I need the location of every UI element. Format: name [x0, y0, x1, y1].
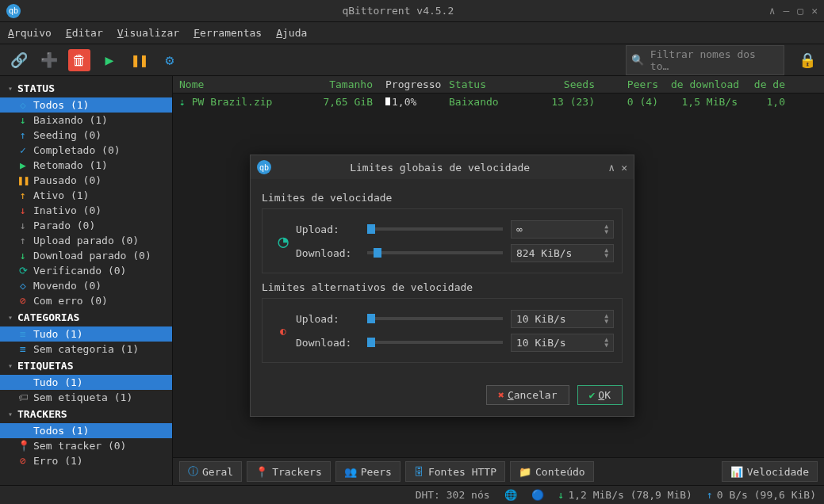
col-download[interactable]: de download	[665, 77, 744, 92]
section-speed-limits: Limites de velocidade	[262, 192, 623, 204]
menu-file[interactable]: Arquivo	[8, 27, 52, 39]
sidebar-item-label: Todos (1)	[33, 425, 89, 437]
sidebar-item-status-7[interactable]: ↓Inativo (0)	[0, 203, 172, 218]
maximize-icon[interactable]: ▢	[797, 5, 803, 17]
sidebar-item-status-9[interactable]: ↑Upload parado (0)	[0, 233, 172, 248]
col-size[interactable]: Tamanho	[316, 77, 379, 92]
sidebar-item-trackers-1[interactable]: 📍Sem tracker (0)	[0, 438, 172, 453]
table-row[interactable]: ⇣ PW Brazil.zip 7,65 GiB 1,0% Baixando 1…	[173, 94, 824, 109]
sidebar-item-status-2[interactable]: ↑Seeding (0)	[0, 128, 172, 143]
col-status[interactable]: Status	[443, 77, 522, 92]
sidebar-item-status-10[interactable]: ↓Download parado (0)	[0, 248, 172, 263]
rollup-icon[interactable]: ∧	[769, 5, 776, 17]
sidebar-header-trackers[interactable]: TRACKERS	[0, 405, 172, 423]
sidebar-item-label: Inativo (0)	[33, 204, 102, 216]
ok-button[interactable]: ✔OK	[577, 385, 623, 405]
dialog-close-icon[interactable]: ✕	[621, 162, 627, 174]
dht-status: DHT: 302 nós	[416, 489, 490, 501]
tab-http[interactable]: 🗄Fontes HTTP	[405, 461, 505, 482]
sidebar-item-status-8[interactable]: ↓Parado (0)	[0, 218, 172, 233]
statusbar: DHT: 302 nós 🌐 🔵 ↓1,2 MiB/s (78,9 MiB) ↑…	[0, 485, 824, 504]
alt-upload-slider[interactable]	[367, 317, 503, 320]
http-icon: 🗄	[414, 466, 424, 478]
close-icon[interactable]: ✕	[811, 5, 818, 17]
sidebar-item-icon: 📍	[17, 440, 29, 452]
sidebar-item-tags-0[interactable]: Tudo (1)	[0, 375, 172, 390]
sidebar-item-tags-1[interactable]: 🏷Sem etiqueta (1)	[0, 390, 172, 405]
download-speed[interactable]: ↓1,2 MiB/s (78,9 MiB)	[558, 489, 692, 501]
alt-download-spinbox[interactable]: 10 KiB/s▲▼	[511, 334, 614, 352]
sidebar-item-status-11[interactable]: ⟳Verificando (0)	[0, 263, 172, 278]
dialog-app-icon: qb	[257, 160, 271, 174]
add-torrent-button[interactable]: ➕	[38, 49, 60, 71]
dialog-rollup-icon[interactable]: ∧	[608, 162, 615, 174]
tab-general[interactable]: ⓘGeral	[179, 461, 242, 482]
sidebar-item-status-3[interactable]: ✓Completado (0)	[0, 143, 172, 158]
resume-button[interactable]: ▶	[98, 49, 121, 71]
sidebar-header-categories[interactable]: CATEGORIAS	[0, 308, 172, 326]
sidebar-item-status-12[interactable]: ◇Movendo (0)	[0, 278, 172, 293]
tab-peers[interactable]: 👥Peers	[335, 461, 401, 482]
dialog-titlebar[interactable]: qb Limites globais de velocidade ∧ ✕	[251, 155, 634, 179]
sidebar-item-icon: ↓	[17, 114, 29, 126]
menu-edit[interactable]: Editar	[66, 27, 103, 39]
sidebar-item-status-6[interactable]: ↑Ativo (1)	[0, 188, 172, 203]
cancel-button[interactable]: ✖Cancelar	[486, 385, 569, 405]
sidebar-header-tags[interactable]: ETIQUETAS	[0, 357, 172, 375]
alt-upload-spinbox[interactable]: 10 KiB/s▲▼	[511, 310, 614, 328]
delete-button[interactable]: 🗑	[68, 49, 90, 71]
sidebar-item-icon: ≡	[17, 328, 29, 340]
tab-speed[interactable]: 📊Velocidade	[722, 461, 818, 482]
up-arrow-icon: ↑	[707, 489, 713, 501]
tracker-icon: 📍	[255, 466, 268, 478]
upload-slider[interactable]	[367, 227, 503, 231]
sidebar-item-categories-1[interactable]: ≡Sem categoria (1)	[0, 342, 172, 357]
upload-speed[interactable]: ↑0 B/s (99,6 KiB)	[707, 489, 816, 501]
alt-speedometer-icon: ◐	[270, 307, 296, 354]
content-icon: 📁	[519, 466, 531, 478]
col-seeds[interactable]: Seeds	[522, 77, 601, 92]
sidebar-item-status-1[interactable]: ↓Baixando (1)	[0, 113, 172, 128]
settings-button[interactable]: ⚙	[159, 49, 181, 71]
upload-spinbox[interactable]: ∞▲▼	[511, 220, 614, 239]
lock-icon[interactable]: 🔒	[799, 52, 816, 68]
section-alt-limits: Limites alternativos de velocidade	[262, 281, 623, 293]
sidebar-item-icon: ↓	[17, 220, 29, 231]
sidebar-item-status-0[interactable]: ◇Todos (1)	[0, 97, 172, 113]
cancel-icon: ✖	[498, 389, 504, 401]
alt-download-slider[interactable]	[367, 341, 503, 344]
info-icon: ⓘ	[188, 464, 198, 479]
sidebar-item-trackers-2[interactable]: ⊘Erro (1)	[0, 453, 172, 468]
menu-tools[interactable]: Ferramentas	[194, 27, 262, 39]
tab-trackers[interactable]: 📍Trackers	[247, 461, 331, 482]
speed-icon: 📊	[730, 466, 743, 478]
sidebar-item-categories-0[interactable]: ≡Tudo (1)	[0, 326, 172, 342]
search-input[interactable]: 🔍 Filtrar nomes dos to…	[626, 45, 784, 75]
tab-content[interactable]: 📁Conteúdo	[510, 461, 594, 482]
menu-view[interactable]: Visualizar	[117, 27, 179, 39]
col-progress[interactable]: Progresso	[379, 77, 443, 92]
col-peers[interactable]: Peers	[601, 77, 665, 92]
sidebar-item-icon: ◇	[17, 280, 29, 292]
sidebar-item-icon: ≡	[17, 343, 29, 355]
pause-button[interactable]: ❚❚	[128, 49, 151, 71]
sidebar-item-trackers-0[interactable]: Todos (1)	[0, 423, 172, 438]
sidebar-item-label: Com erro (0)	[33, 295, 108, 307]
download-slider[interactable]	[367, 251, 503, 254]
add-link-button[interactable]: 🔗	[8, 49, 30, 71]
col-rest[interactable]: de de	[744, 77, 791, 92]
sidebar-item-icon: 🏷	[17, 391, 29, 403]
minimize-icon[interactable]: —	[784, 5, 790, 17]
sidebar-item-status-13[interactable]: ⊘Com erro (0)	[0, 293, 172, 308]
sidebar-item-icon: ↑	[17, 235, 29, 246]
download-spinbox[interactable]: 824 KiB/s▲▼	[511, 244, 614, 262]
alt-download-label: Download:	[296, 337, 359, 349]
menu-help[interactable]: Ajuda	[276, 27, 307, 39]
altspeed-icon[interactable]: 🔵	[531, 489, 544, 501]
connection-icon[interactable]: 🌐	[504, 489, 517, 501]
col-name[interactable]: Nome	[173, 77, 316, 92]
speedometer-icon: ◔	[270, 217, 296, 265]
sidebar-item-status-5[interactable]: ❚❚Pausado (0)	[0, 173, 172, 188]
sidebar-item-status-4[interactable]: ▶Retomado (1)	[0, 158, 172, 173]
sidebar-header-status[interactable]: STATUS	[0, 79, 172, 97]
